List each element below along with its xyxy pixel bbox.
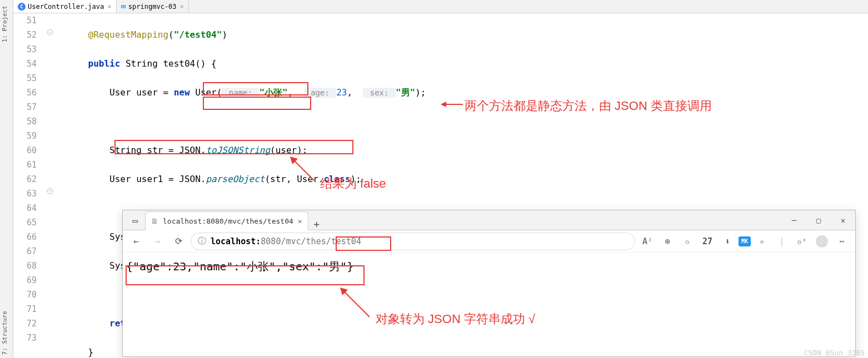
svg-point-1 — [47, 188, 53, 194]
highlight-json-output — [126, 265, 365, 285]
new-tab-button[interactable]: + — [308, 218, 325, 230]
downloads-icon[interactable]: ⬇ — [719, 233, 736, 250]
watermark: CSDN @Sun 3285 — [804, 349, 865, 357]
line-number-gutter: 5152535455565758596061626364656667686970… — [13, 13, 47, 358]
separator: | — [773, 233, 791, 250]
close-icon[interactable]: × — [107, 3, 111, 11]
back-button[interactable]: ← — [127, 233, 145, 250]
refresh-button[interactable]: ⟳ — [169, 233, 187, 250]
profile-icon[interactable] — [813, 233, 831, 250]
forward-button[interactable]: → — [148, 233, 166, 250]
highlight-tojsonstring — [203, 82, 308, 95]
highlight-url-path — [336, 236, 391, 251]
method-fold-end-icon[interactable] — [47, 188, 53, 194]
extension-mk-icon[interactable]: MK — [739, 236, 751, 246]
annotation-static-methods: 两个方法都是静态方法，由 JSON 类直接调用 — [465, 98, 712, 114]
favorite-icon[interactable]: ✩ — [679, 233, 696, 250]
tab-actions-icon[interactable]: ▭ — [125, 211, 145, 230]
highlight-parseobject — [203, 97, 311, 110]
maven-module-icon: m — [121, 2, 126, 11]
minimize-icon[interactable]: ─ — [782, 211, 806, 230]
svg-point-0 — [47, 29, 53, 35]
badge-count[interactable]: 27 — [699, 233, 716, 250]
collections-icon[interactable]: ✩⁺ — [793, 233, 811, 250]
java-class-icon: C — [18, 3, 26, 11]
window-controls: ─ ▢ ✕ — [782, 211, 855, 230]
zoom-icon[interactable]: ⊕ — [659, 233, 676, 250]
tool-window-strip: 1: Project 7: Structure — [0, 0, 13, 358]
maximize-icon[interactable]: ▢ — [806, 211, 831, 230]
editor-tab-bar: C UserController.java × m springmvc-03 × — [13, 0, 868, 13]
annotation-result-false: 结果为 false — [320, 175, 386, 192]
method-fold-icon[interactable] — [47, 29, 53, 36]
project-tool-tab[interactable]: 1: Project — [1, 6, 8, 42]
close-icon[interactable]: × — [180, 3, 184, 11]
browser-tab-bar: ▭ 🗎 localhost:8080/mvc/thes/test04 × + ─… — [123, 210, 855, 230]
read-aloud-icon[interactable]: A⁾ — [638, 233, 656, 250]
browser-tab[interactable]: 🗎 localhost:8080/mvc/thes/test04 × — [145, 211, 308, 230]
editor-tab-usercontroller[interactable]: C UserController.java × — [13, 0, 117, 13]
browser-tab-title: localhost:8080/mvc/thes/test04 — [163, 217, 293, 225]
annotation-json-success: 对象转为 JSON 字符串成功 √ — [376, 311, 535, 327]
browser-toolbar: ← → ⟳ ⓘ localhost:8080/mvc/thes/test04 A… — [123, 230, 855, 253]
editor-tab-label: springmvc-03 — [128, 3, 177, 11]
extensions-icon[interactable]: ✧ — [753, 233, 771, 250]
structure-tool-tab[interactable]: 7: Structure — [1, 311, 8, 355]
editor-tab-label: UserController.java — [28, 3, 104, 11]
site-info-icon[interactable]: ⓘ — [198, 236, 206, 246]
editor-tab-springmvc[interactable]: m springmvc-03 × — [117, 0, 189, 13]
more-icon[interactable]: ⋯ — [833, 233, 851, 250]
page-icon: 🗎 — [151, 217, 158, 225]
close-icon[interactable]: × — [298, 217, 302, 225]
highlight-println-compare — [114, 140, 353, 154]
address-bar[interactable]: ⓘ localhost:8080/mvc/thes/test04 — [191, 233, 635, 250]
close-window-icon[interactable]: ✕ — [831, 211, 855, 230]
